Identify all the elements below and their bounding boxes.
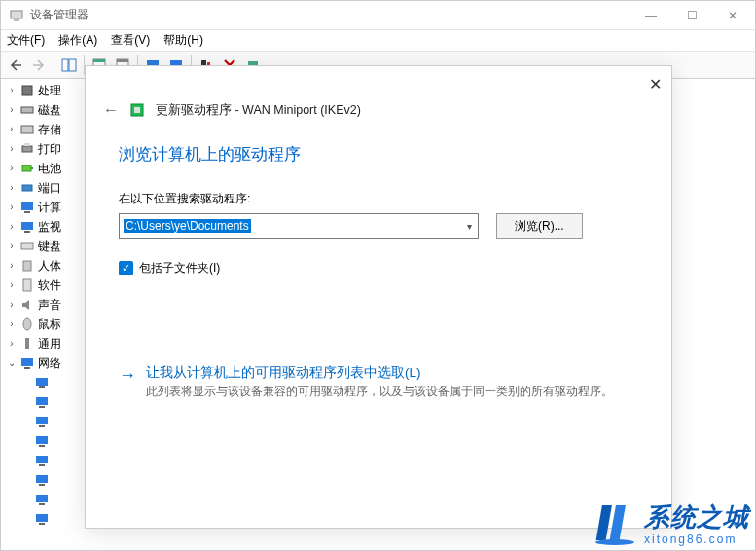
back-arrow-icon[interactable]: ← [103,101,119,119]
adapter-icon [34,492,50,507]
svg-rect-38 [36,417,48,424]
svg-rect-37 [39,406,45,408]
svg-rect-21 [31,167,33,169]
svg-rect-19 [24,143,30,146]
titlebar: 设备管理器 — ☐ ✕ [1,1,755,30]
svg-rect-2 [62,59,68,71]
svg-rect-28 [23,261,31,271]
svg-rect-48 [36,514,48,522]
chevron-down-icon[interactable]: ▾ [467,221,472,232]
svg-rect-35 [39,386,45,388]
minimize-button[interactable]: — [636,9,666,22]
adapter-icon [34,394,50,410]
svg-rect-18 [22,146,32,152]
computer-cat-icon [19,200,35,215]
adapter-icon [34,453,50,468]
adapter-icon [34,472,50,488]
svg-rect-31 [25,338,29,349]
nav-forward-icon[interactable] [28,55,50,76]
maximize-button[interactable]: ☐ [677,9,706,22]
menu-action[interactable]: 操作(A) [58,32,97,49]
path-value: C:\Users\ye\Documents [124,219,251,233]
svg-rect-27 [21,243,33,249]
svg-rect-16 [21,107,33,113]
menu-help[interactable]: 帮助(H) [163,32,203,49]
svg-rect-36 [36,397,48,405]
checkbox-checked-icon: ✓ [119,261,133,276]
svg-rect-24 [24,211,30,213]
window-controls: — ☐ ✕ [636,9,747,22]
svg-rect-0 [11,11,22,18]
include-subfolders-checkbox[interactable]: ✓ 包括子文件夹(I) [119,260,638,276]
svg-rect-29 [23,279,31,291]
svg-rect-44 [36,475,48,483]
svg-rect-23 [21,202,33,210]
printer-icon [19,141,35,157]
storage-icon [19,122,35,137]
device-manager-icon [9,8,24,23]
update-driver-dialog: ✕ ← 更新驱动程序 - WAN Miniport (IKEv2) 浏览计算机上… [85,65,672,529]
pick-from-list-link[interactable]: → 让我从计算机上的可用驱动程序列表中选取(L) 此列表将显示与该设备兼容的可用… [119,364,638,400]
svg-point-30 [23,318,31,330]
svg-rect-32 [21,358,33,366]
dialog-close-icon[interactable]: ✕ [632,75,662,93]
svg-rect-25 [21,222,33,230]
pick-from-list-description: 此列表将显示与该设备兼容的可用驱动程序，以及与该设备属于同一类别的所有驱动程序。 [146,384,613,400]
menu-file[interactable]: 文件(F) [7,32,45,49]
svg-rect-41 [39,445,45,447]
svg-rect-47 [39,503,45,505]
svg-rect-39 [39,425,45,427]
adapter-icon [34,433,50,449]
usb-icon [19,336,35,351]
svg-rect-22 [22,185,32,191]
software-icon [19,277,35,293]
display-cat-icon [19,219,35,235]
watermark-url: xitong86.com [644,533,749,546]
svg-rect-26 [24,231,30,233]
dialog-title: 更新驱动程序 - WAN Miniport (IKEv2) [156,102,361,119]
svg-rect-15 [22,86,32,95]
svg-rect-5 [93,59,105,62]
svg-point-54 [595,539,634,545]
hid-icon [19,258,35,274]
svg-rect-3 [69,59,76,71]
browse-button[interactable]: 浏览(R)... [496,213,583,239]
svg-rect-1 [14,19,19,21]
audio-icon [19,297,35,312]
keyboard-icon [19,239,35,254]
adapter-icon [34,414,50,429]
arrow-right-icon: → [119,365,136,385]
include-subfolders-label: 包括子文件夹(I) [139,260,220,276]
mouse-icon [19,316,35,332]
svg-rect-51 [134,107,140,113]
search-location-label: 在以下位置搜索驱动程序: [119,191,638,207]
disk-icon [19,102,35,118]
svg-rect-46 [36,495,48,502]
menu-view[interactable]: 查看(V) [111,32,150,49]
svg-rect-49 [39,523,45,525]
pick-from-list-title: 让我从计算机上的可用驱动程序列表中选取(L) [146,364,613,382]
dialog-header: ✕ [86,66,671,101]
cpu-icon [19,83,35,98]
close-button[interactable]: ✕ [718,9,747,22]
network-icon [19,355,35,371]
svg-rect-7 [117,59,128,62]
show-tree-icon[interactable] [58,55,80,76]
menubar: 文件(F) 操作(A) 查看(V) 帮助(H) [1,30,755,52]
svg-rect-43 [39,464,45,466]
adapter-icon [34,511,50,527]
svg-rect-45 [39,484,45,486]
svg-rect-33 [24,367,30,369]
adapter-icon [34,375,50,390]
svg-rect-34 [36,378,48,386]
window-title: 设备管理器 [30,7,636,23]
port-icon [19,180,35,196]
battery-icon [19,161,35,176]
path-combobox[interactable]: C:\Users\ye\Documents ▾ [119,213,479,239]
svg-rect-42 [36,456,48,463]
nav-back-icon[interactable] [5,55,26,76]
svg-rect-40 [36,436,48,444]
svg-rect-17 [21,126,33,133]
dialog-heading: 浏览计算机上的驱动程序 [86,129,671,173]
svg-rect-20 [22,165,31,171]
